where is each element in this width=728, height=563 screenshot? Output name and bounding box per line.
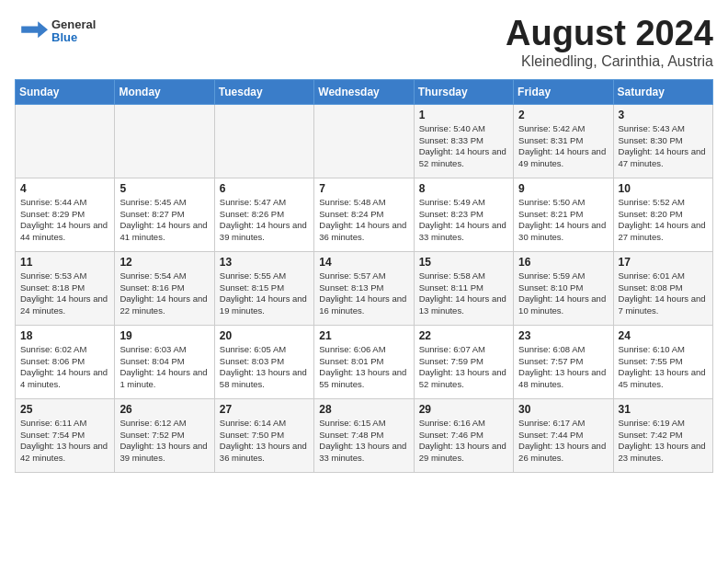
calendar-cell: 2Sunrise: 5:42 AM Sunset: 8:31 PM Daylig… (514, 104, 613, 178)
day-info: Sunrise: 5:53 AM Sunset: 8:18 PM Dayligh… (20, 270, 109, 317)
calendar-header-sunday: Sunday (16, 79, 115, 104)
calendar-cell: 16Sunrise: 5:59 AM Sunset: 8:10 PM Dayli… (514, 251, 613, 325)
day-number: 3 (619, 109, 708, 121)
day-number: 13 (220, 256, 309, 269)
calendar-cell: 29Sunrise: 6:16 AM Sunset: 7:46 PM Dayli… (414, 398, 513, 472)
day-info: Sunrise: 6:02 AM Sunset: 8:06 PM Dayligh… (20, 344, 109, 391)
day-number: 30 (518, 403, 608, 416)
calendar-header-wednesday: Wednesday (314, 79, 414, 104)
day-number: 22 (419, 329, 508, 342)
calendar-header-monday: Monday (115, 79, 214, 104)
day-info: Sunrise: 6:05 AM Sunset: 8:03 PM Dayligh… (220, 344, 309, 391)
day-info: Sunrise: 5:59 AM Sunset: 8:10 PM Dayligh… (518, 270, 608, 317)
calendar-week-row: 25Sunrise: 6:11 AM Sunset: 7:54 PM Dayli… (16, 398, 713, 472)
day-info: Sunrise: 6:10 AM Sunset: 7:55 PM Dayligh… (619, 344, 708, 391)
day-info: Sunrise: 6:07 AM Sunset: 7:59 PM Dayligh… (419, 344, 508, 391)
calendar-cell: 1Sunrise: 5:40 AM Sunset: 8:33 PM Daylig… (414, 104, 513, 178)
calendar-cell: 10Sunrise: 5:52 AM Sunset: 8:20 PM Dayli… (613, 178, 712, 251)
calendar-cell (115, 104, 214, 178)
calendar-cell: 14Sunrise: 5:57 AM Sunset: 8:13 PM Dayli… (314, 251, 414, 325)
calendar-cell: 20Sunrise: 6:05 AM Sunset: 8:03 PM Dayli… (214, 325, 313, 398)
calendar-cell: 23Sunrise: 6:08 AM Sunset: 7:57 PM Dayli… (514, 325, 613, 398)
calendar-cell: 11Sunrise: 5:53 AM Sunset: 8:18 PM Dayli… (16, 251, 115, 325)
calendar-week-row: 11Sunrise: 5:53 AM Sunset: 8:18 PM Dayli… (16, 251, 713, 325)
calendar-cell: 25Sunrise: 6:11 AM Sunset: 7:54 PM Dayli… (16, 398, 115, 472)
calendar-cell: 22Sunrise: 6:07 AM Sunset: 7:59 PM Dayli… (414, 325, 513, 398)
logo: General Blue (15, 15, 96, 48)
day-number: 4 (20, 182, 109, 195)
day-number: 18 (20, 329, 109, 342)
day-number: 1 (419, 109, 508, 121)
day-info: Sunrise: 5:55 AM Sunset: 8:15 PM Dayligh… (220, 270, 309, 317)
day-number: 25 (20, 403, 109, 416)
calendar-cell: 26Sunrise: 6:12 AM Sunset: 7:52 PM Dayli… (115, 398, 214, 472)
day-number: 27 (220, 403, 309, 416)
day-number: 9 (518, 182, 608, 195)
calendar-cell: 18Sunrise: 6:02 AM Sunset: 8:06 PM Dayli… (16, 325, 115, 398)
calendar-cell: 30Sunrise: 6:17 AM Sunset: 7:44 PM Dayli… (514, 398, 613, 472)
calendar-cell: 31Sunrise: 6:19 AM Sunset: 7:42 PM Dayli… (613, 398, 712, 472)
calendar-cell: 15Sunrise: 5:58 AM Sunset: 8:11 PM Dayli… (414, 251, 513, 325)
day-number: 6 (220, 182, 309, 195)
day-number: 23 (518, 329, 608, 342)
day-info: Sunrise: 5:50 AM Sunset: 8:21 PM Dayligh… (518, 197, 608, 244)
generalblue-logo-icon (15, 15, 48, 48)
calendar-header-saturday: Saturday (613, 79, 712, 104)
day-info: Sunrise: 6:11 AM Sunset: 7:54 PM Dayligh… (20, 418, 109, 465)
day-info: Sunrise: 6:16 AM Sunset: 7:46 PM Dayligh… (419, 418, 508, 465)
day-number: 14 (319, 256, 408, 269)
calendar-cell: 19Sunrise: 6:03 AM Sunset: 8:04 PM Dayli… (115, 325, 214, 398)
calendar-header-friday: Friday (514, 79, 613, 104)
calendar-cell: 8Sunrise: 5:49 AM Sunset: 8:23 PM Daylig… (414, 178, 513, 251)
day-number: 26 (119, 403, 209, 416)
calendar-cell (16, 104, 115, 178)
day-info: Sunrise: 5:58 AM Sunset: 8:11 PM Dayligh… (419, 270, 508, 317)
calendar-header-tuesday: Tuesday (214, 79, 313, 104)
calendar-week-row: 4Sunrise: 5:44 AM Sunset: 8:29 PM Daylig… (16, 178, 713, 251)
title-area: August 2024 Kleinedling, Carinthia, Aust… (506, 15, 713, 70)
calendar-week-row: 18Sunrise: 6:02 AM Sunset: 8:06 PM Dayli… (16, 325, 713, 398)
day-number: 24 (619, 329, 708, 342)
header: General Blue August 2024 Kleinedling, Ca… (15, 15, 713, 70)
day-info: Sunrise: 6:08 AM Sunset: 7:57 PM Dayligh… (518, 344, 608, 391)
day-number: 12 (119, 256, 209, 269)
calendar-cell: 17Sunrise: 6:01 AM Sunset: 8:08 PM Dayli… (613, 251, 712, 325)
calendar-header-row: SundayMondayTuesdayWednesdayThursdayFrid… (16, 79, 713, 104)
day-number: 10 (619, 182, 708, 195)
day-info: Sunrise: 5:43 AM Sunset: 8:30 PM Dayligh… (619, 123, 708, 170)
day-info: Sunrise: 5:48 AM Sunset: 8:24 PM Dayligh… (319, 197, 408, 244)
logo-general: General (51, 18, 96, 31)
day-number: 8 (419, 182, 508, 195)
day-info: Sunrise: 6:12 AM Sunset: 7:52 PM Dayligh… (119, 418, 209, 465)
day-number: 20 (220, 329, 309, 342)
day-info: Sunrise: 6:14 AM Sunset: 7:50 PM Dayligh… (220, 418, 309, 465)
day-number: 29 (419, 403, 508, 416)
calendar-header-thursday: Thursday (414, 79, 513, 104)
calendar-cell: 6Sunrise: 5:47 AM Sunset: 8:26 PM Daylig… (214, 178, 313, 251)
logo-blue: Blue (51, 31, 96, 44)
calendar-cell: 3Sunrise: 5:43 AM Sunset: 8:30 PM Daylig… (613, 104, 712, 178)
calendar-cell: 12Sunrise: 5:54 AM Sunset: 8:16 PM Dayli… (115, 251, 214, 325)
calendar-table: SundayMondayTuesdayWednesdayThursdayFrid… (15, 79, 713, 473)
day-info: Sunrise: 5:45 AM Sunset: 8:27 PM Dayligh… (119, 197, 209, 244)
day-number: 15 (419, 256, 508, 269)
day-info: Sunrise: 6:01 AM Sunset: 8:08 PM Dayligh… (619, 270, 708, 317)
day-info: Sunrise: 5:42 AM Sunset: 8:31 PM Dayligh… (518, 123, 608, 170)
calendar-week-row: 1Sunrise: 5:40 AM Sunset: 8:33 PM Daylig… (16, 104, 713, 178)
page-title: August 2024 (506, 15, 713, 53)
day-info: Sunrise: 6:15 AM Sunset: 7:48 PM Dayligh… (319, 418, 408, 465)
calendar-cell: 21Sunrise: 6:06 AM Sunset: 8:01 PM Dayli… (314, 325, 414, 398)
logo-text: General Blue (51, 18, 96, 45)
day-number: 16 (518, 256, 608, 269)
day-info: Sunrise: 5:40 AM Sunset: 8:33 PM Dayligh… (419, 123, 508, 170)
calendar-cell: 9Sunrise: 5:50 AM Sunset: 8:21 PM Daylig… (514, 178, 613, 251)
day-number: 17 (619, 256, 708, 269)
calendar-cell: 7Sunrise: 5:48 AM Sunset: 8:24 PM Daylig… (314, 178, 414, 251)
day-info: Sunrise: 5:47 AM Sunset: 8:26 PM Dayligh… (220, 197, 309, 244)
day-number: 2 (518, 109, 608, 121)
day-info: Sunrise: 6:17 AM Sunset: 7:44 PM Dayligh… (518, 418, 608, 465)
day-info: Sunrise: 5:54 AM Sunset: 8:16 PM Dayligh… (119, 270, 209, 317)
calendar-cell (314, 104, 414, 178)
day-info: Sunrise: 5:49 AM Sunset: 8:23 PM Dayligh… (419, 197, 508, 244)
day-number: 5 (119, 182, 209, 195)
